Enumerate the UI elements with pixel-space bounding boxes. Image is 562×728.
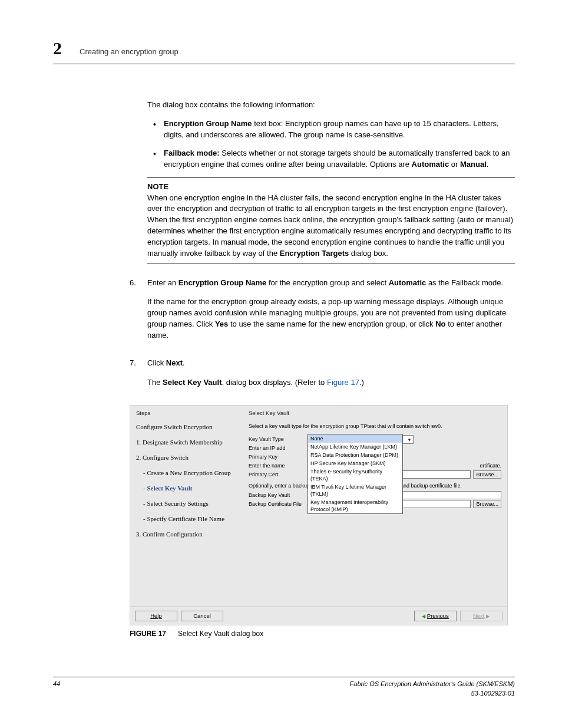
note-body: When one encryption engine in the HA clu… [147, 193, 515, 259]
dialog-steps-pane: Steps Configure Switch Encryption 1. Des… [130, 406, 245, 607]
breadcrumb: Creating an encryption group [80, 47, 178, 58]
next-button: Next ▶ [460, 611, 503, 621]
step-2d: - Specify Certificate File Name [143, 515, 239, 524]
label-primary-key: Primary Key [249, 453, 308, 461]
help-button[interactable]: Help [135, 611, 177, 621]
dropdown-item[interactable]: HP Secure Key Manager (SKM) [308, 459, 402, 467]
step-number-7: 7. [130, 358, 147, 397]
note-label: NOTE [147, 182, 515, 193]
step-3: 3. Confirm Configuration [136, 530, 239, 539]
step-6-para2: If the name for the encryption group alr… [147, 297, 515, 341]
cancel-button[interactable]: Cancel [181, 611, 223, 621]
bullet-group-name: Encryption Group Name text box: Encrypti… [147, 118, 515, 141]
step-6-line1: Enter an Encryption Group Name for the e… [147, 278, 515, 289]
step-root: Configure Switch Encryption [136, 423, 239, 432]
label-name: Enter the name [249, 462, 308, 470]
dropdown-item[interactable]: None [308, 434, 402, 443]
page-number: 44 [53, 680, 60, 699]
dropdown-item[interactable]: Thales e-Security keyAuthority (TEKA) [308, 467, 402, 483]
label-backup-cert: Backup Certificate File [249, 500, 308, 508]
chapter-number: 2 [53, 35, 62, 61]
step-2: 2. Configure Switch [136, 453, 239, 463]
doc-number: 53-1002923-01 [350, 689, 515, 699]
dropdown-item[interactable]: IBM Tivoli Key Lifetime Manager (TKLM) [308, 483, 402, 498]
dropdown-item[interactable]: NetApp Lifetime Key Manager (LKM) [308, 443, 402, 451]
select-key-vault-dialog: Steps Configure Switch Encryption 1. Des… [130, 405, 508, 626]
dialog-form-pane: Select Key Vault Select a key vault type… [245, 406, 507, 607]
form-hint-1: Select a key vault type for the encrypti… [249, 423, 501, 430]
label-key-vault-type: Key Vault Type [249, 436, 308, 443]
dropdown-item[interactable]: Key Management Interoperability Protocol… [308, 498, 402, 513]
step-2a: - Create a New Encryption Group [143, 469, 239, 478]
dropdown-item[interactable]: RSA Data Protection Manager (DPM) [308, 451, 402, 459]
page-header: 2 Creating an encryption group [53, 35, 515, 64]
browse-backup-button[interactable]: Browse... [473, 500, 501, 508]
step-2b-current: - Select Key Vault [143, 484, 239, 493]
step-1: 1. Designate Switch Membership [136, 438, 239, 447]
page-footer: 44 Fabric OS Encryption Administrator's … [53, 677, 515, 699]
label-ip: Enter an IP add [249, 444, 308, 452]
step-number-6: 6. [130, 278, 147, 350]
step-7-result: The Select Key Vault. dialog box display… [147, 377, 515, 388]
step-7-line1: Click Next. [147, 358, 515, 369]
bullet-failback-mode: Failback mode: Selects whether or not st… [147, 148, 515, 170]
intro-text: The dialog box contains the following in… [147, 100, 515, 111]
browse-primary-button[interactable]: Browse... [473, 470, 501, 479]
label-backup-kv: Backup Key Vault [249, 492, 308, 499]
key-vault-type-dropdown[interactable]: None NetApp Lifetime Key Manager (LKM) R… [308, 434, 403, 514]
step-2c: - Select Security Settings [143, 499, 239, 509]
doc-title: Fabric OS Encryption Administrator's Gui… [350, 680, 515, 689]
label-primary-cert: Primary Cert [249, 471, 308, 479]
figure-caption: FIGURE 17Select Key Vault dialog box [130, 625, 515, 639]
figure-link[interactable]: Figure 17 [327, 378, 359, 387]
previous-button[interactable]: ◀ Previous [414, 611, 457, 621]
note-box: NOTE When one encryption engine in the H… [147, 177, 515, 263]
